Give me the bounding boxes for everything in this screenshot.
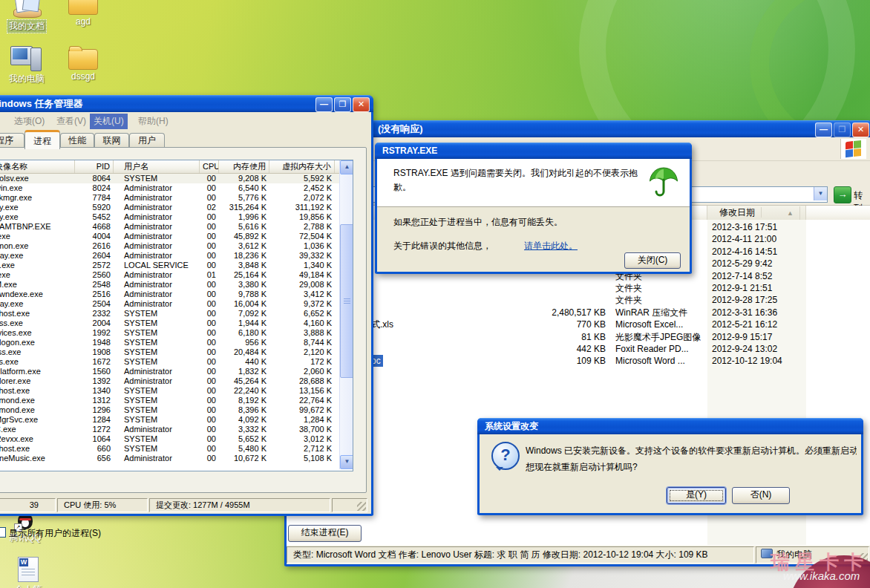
word-document-icon: W [18, 557, 39, 582]
process-row[interactable]: vmond.exe1296SYSTEM008,396 K99,672 K [0, 405, 353, 415]
process-cell-c: 00 [200, 357, 219, 367]
scroll-up-icon[interactable]: ▲ [340, 160, 353, 174]
desktop-icon-dssgd[interactable]: dssgd [56, 49, 110, 82]
process-row[interactable]: C.exe1272Administrator003,332 K38,700 K [0, 425, 353, 434]
process-list-header[interactable]: 映像名称PID用户名CPU内存使用虚拟内存大小 [0, 160, 353, 174]
process-row[interactable]: MgrSvc.exe1284SYSTEM004,092 K1,284 K [0, 415, 353, 425]
task-manager-titlebar[interactable]: Windows 任务管理器 — ❐ ✕ [0, 95, 373, 112]
error-dialog-title: RSTRAY.EXE [382, 146, 437, 156]
minimize-button[interactable]: — [315, 97, 333, 112]
system-dialog-titlebar[interactable]: 系统设置改变 [477, 418, 863, 434]
click-here-link[interactable]: 请单击此处。 [524, 241, 578, 251]
tab-3[interactable]: 联网 [94, 133, 129, 148]
process-row[interactable]: fmon.exe2616Administrator003,612 K1,036 … [0, 241, 353, 251]
file-row[interactable]: 442 KBFoxit Reader PD...2012-9-24 13:02 [287, 343, 870, 355]
process-row[interactable]: rss.exe1908SYSTEM0020,484 K2,120 K [0, 347, 353, 357]
menu-item[interactable]: 查看(V) [53, 114, 90, 129]
process-row[interactable]: FAMTBNP.EXE4668Administrator005,616 K2,7… [0, 222, 353, 232]
resize-grip[interactable] [357, 502, 366, 511]
process-cell-u: SYSTEM [114, 309, 200, 318]
yes-button[interactable]: 是(Y) [667, 487, 726, 504]
menu-item[interactable]: 文件(F) [0, 114, 1, 129]
process-cell-p: 1948 [75, 338, 114, 347]
tab-1[interactable]: 进程 [24, 130, 60, 149]
process-row[interactable]: ay.exe5452Administrator001,996 K19,856 K [0, 212, 353, 222]
column-header[interactable]: 内存使用 [219, 160, 269, 173]
process-row[interactable]: chost.exe1340SYSTEM0022,240 K13,156 K [0, 386, 353, 396]
process-row[interactable]: rvices.exe1992SYSTEM006,180 K3,888 K [0, 328, 353, 338]
tab-2[interactable]: 性能 [60, 133, 94, 148]
process-row[interactable]: g.exe2572LOCAL SERVICE003,848 K1,340 K [0, 261, 353, 270]
menu-item[interactable]: 选项(O) [10, 114, 48, 129]
file-row[interactable]: 81 KB光影魔术手JPEG图像2012-9-9 15:17 [287, 331, 870, 343]
column-header[interactable]: 映像名称 [0, 160, 75, 173]
process-row[interactable]: ass.exe2004SYSTEM001,944 K4,160 K [0, 318, 353, 328]
file-row[interactable]: 文件夹2012-9-1 21:51 [287, 282, 870, 294]
desktop-icon-resume-doc[interactable]: W 个人简历.doc [1, 557, 55, 588]
process-row[interactable]: Platform.exe1560Administrator001,832 K2,… [0, 367, 353, 376]
process-cell-n: ss.exe [0, 357, 75, 367]
vertical-scrollbar[interactable]: ▲ ▼ [339, 160, 353, 469]
process-row[interactable]: win.exe8024Administrator006,540 K2,452 K [0, 183, 353, 193]
process-row[interactable]: oneMusic.exe656Administrator0010,672 K5,… [0, 454, 353, 463]
tab-4[interactable]: 用户 [129, 133, 165, 148]
file-size: 770 KB [532, 318, 606, 330]
process-row[interactable]: nlogon.exe1948SYSTEM00956 K8,744 K [0, 338, 353, 347]
chevron-down-icon[interactable]: ▼ [814, 187, 827, 200]
go-button[interactable]: → [834, 186, 851, 203]
process-row[interactable]: M.exe2548Administrator003,380 K29,008 K [0, 280, 353, 290]
process-row[interactable]: .exe4004Administrator0045,892 K72,504 K [0, 232, 353, 241]
menu-item[interactable]: 关机(U) [90, 114, 128, 129]
desktop-icon-my-computer[interactable]: 我的电脑 [0, 46, 53, 85]
end-process-button[interactable]: 结束进程(E) [288, 525, 362, 542]
process-row[interactable]: chost.exe2332SYSTEM007,092 K6,652 K [0, 309, 353, 318]
file-row[interactable]: 文件夹2012-9-28 17:25 [287, 294, 870, 306]
close-button[interactable]: ✕ [852, 122, 869, 137]
process-row[interactable]: chost.exe660SYSTEM005,480 K2,712 K [0, 444, 353, 454]
file-name[interactable]: 式.xls [371, 318, 393, 330]
file-row[interactable]: 2,480,517 KBWinRAR 压缩文件2012-3-31 16:36 [287, 307, 870, 318]
process-cell-u: Administrator [114, 183, 200, 193]
show-all-users-checkbox[interactable] [0, 527, 6, 538]
column-date[interactable]: 修改日期▲ [707, 206, 806, 220]
process-row[interactable]: skmgr.exe7784Administrator005,776 K2,072… [0, 193, 353, 203]
process-row[interactable]: ss.exe1672SYSTEM00440 K172 K [0, 357, 353, 367]
process-row[interactable]: i2evxx.exe1064SYSTEM005,652 K3,012 K [0, 434, 353, 444]
process-cell-p: 2516 [75, 290, 114, 299]
process-row[interactable]: pwndexe.exe2516Administrator009,788 K3,4… [0, 290, 353, 299]
desktop-icon-my-documents[interactable]: 我的文档 [0, 0, 53, 33]
file-date: 2012-5-29 9:42 [712, 258, 772, 270]
process-row[interactable]: plorer.exe1392Administrator0045,264 K28,… [0, 376, 353, 386]
error-close-button[interactable]: 关闭(C) [624, 252, 681, 269]
error-dialog-titlebar[interactable]: RSTRAY.EXE [375, 143, 692, 159]
maximize-button[interactable]: ❐ [834, 122, 851, 137]
process-row[interactable]: tray.exe2604Administrator0018,236 K39,33… [0, 251, 353, 261]
column-header[interactable]: 用户名 [114, 160, 200, 173]
file-row[interactable]: 式.xls770 KBMicrosoft Excel...2012-5-21 1… [287, 318, 870, 330]
menu-item[interactable]: 帮助(H) [134, 114, 172, 129]
process-list[interactable]: 映像名称PID用户名CPU内存使用虚拟内存大小 oolsv.exe8064SYS… [0, 160, 353, 471]
no-button[interactable]: 否(N) [732, 487, 790, 504]
process-row[interactable]: oolsv.exe8064SYSTEM009,208 K5,592 K [0, 174, 353, 183]
column-header[interactable]: PID [75, 160, 114, 173]
column-header[interactable]: CPU [200, 160, 219, 173]
process-cell-v: 311,192 K [269, 203, 335, 212]
process-row[interactable]: .exe2560Administrator0125,164 K49,184 K [0, 270, 353, 280]
minimize-button[interactable]: — [815, 122, 832, 137]
desktop-icon-agd[interactable]: agd [56, 0, 110, 27]
tab-0[interactable]: 应用程序 [0, 133, 24, 148]
process-cell-p: 2004 [75, 318, 114, 328]
file-row[interactable]: oc109 KBMicrosoft Word ...2012-10-12 19:… [287, 355, 870, 367]
scroll-down-icon[interactable]: ▼ [340, 455, 353, 469]
close-button[interactable]: ✕ [353, 97, 370, 112]
scrollbar-thumb[interactable] [340, 224, 353, 378]
column-header[interactable]: 虚拟内存大小 [269, 160, 335, 173]
process-row[interactable]: tray.exe2504Administrator0016,004 K9,372… [0, 299, 353, 309]
folder-icon [68, 0, 98, 15]
process-row[interactable]: ay.exe5920Administrator02315,264 K311,19… [0, 203, 353, 212]
maximize-button[interactable]: ❐ [334, 97, 351, 112]
column-extra[interactable] [806, 206, 870, 220]
process-row[interactable]: vmond.exe1312SYSTEM008,192 K22,764 K [0, 396, 353, 405]
windows-flag-icon [840, 139, 866, 159]
process-cell-m: 5,616 K [219, 222, 269, 232]
